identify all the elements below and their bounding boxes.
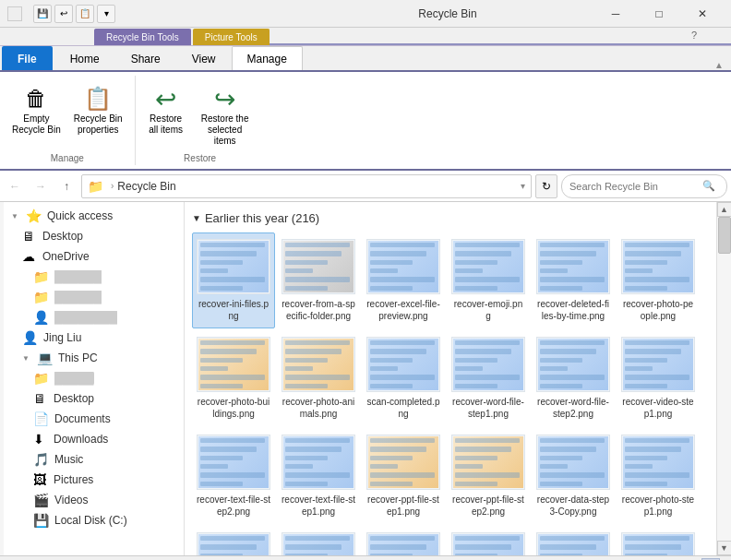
- thumbnail-inner: [283, 241, 354, 292]
- sidebar-item-downloads[interactable]: ⬇ Downloads: [0, 429, 184, 449]
- file-item[interactable]: recover-video-step1.png: [617, 330, 700, 426]
- sidebar-item-user1[interactable]: 👤 ████████: [0, 307, 184, 328]
- sidebar-item-folder3[interactable]: 📁 █████: [0, 368, 184, 388]
- restore-selected-button[interactable]: ↪ Restore theselected items: [193, 81, 258, 149]
- tab-manage[interactable]: Manage: [232, 46, 303, 70]
- title-bar-controls: ─ □ ✕: [594, 0, 724, 28]
- sidebar-item-desktop2[interactable]: 🖥 Desktop: [0, 388, 184, 409]
- file-item[interactable]: recover-word-file-step1.png: [447, 330, 530, 426]
- recycle-bin-tools-tab[interactable]: Recycle Bin Tools: [94, 29, 191, 45]
- tab-home[interactable]: Home: [54, 46, 115, 70]
- sidebar-item-videos[interactable]: 🎬 Videos: [0, 490, 184, 510]
- restore-all-button[interactable]: ↩ Restoreall items: [143, 81, 189, 138]
- up-button[interactable]: ↑: [55, 175, 78, 197]
- maximize-button[interactable]: □: [638, 0, 680, 28]
- ribbon-group-manage: 🗑 EmptyRecycle Bin 📋 Recycle Binproperti…: [0, 76, 136, 165]
- sidebar-item-folder2[interactable]: 📁 ██████: [0, 287, 184, 307]
- ribbon-group-manage-items: 🗑 EmptyRecycle Bin 📋 Recycle Binproperti…: [7, 77, 127, 149]
- tab-file[interactable]: File: [2, 46, 53, 70]
- sidebar-item-label-folder1: ██████: [54, 270, 102, 283]
- search-input[interactable]: [569, 181, 699, 192]
- onedrive-icon: ☁: [22, 249, 37, 264]
- thumbnail-inner: [283, 339, 354, 390]
- file-item[interactable]: recover-deleted-files-by-time.png: [532, 232, 615, 328]
- sidebar-item-documents[interactable]: 📄 Documents: [0, 409, 184, 429]
- recycle-bin-properties-button[interactable]: 📋 Recycle Binproperties: [69, 81, 127, 138]
- breadcrumb-text: Recycle Bin: [117, 180, 175, 193]
- file-item[interactable]: recover-external-device-step2.png: [617, 526, 700, 555]
- thumbnail-inner: [368, 339, 438, 390]
- file-name: recover-ini-files.png: [197, 298, 270, 322]
- sidebar-item-pictures[interactable]: 🖼 Pictures: [0, 470, 184, 490]
- ribbon-group-restore-items: ↩ Restoreall items ↪ Restore theselected…: [143, 77, 258, 149]
- minimize-button[interactable]: ─: [594, 0, 637, 28]
- file-item[interactable]: recover-ini-files.png: [192, 232, 275, 328]
- music-icon: 🎵: [33, 452, 49, 467]
- address-dropdown-icon[interactable]: ▾: [521, 181, 525, 191]
- folder1-icon: 📁: [33, 269, 49, 284]
- sidebar-item-label-quick-access: Quick access: [47, 209, 113, 222]
- empty-recycle-bin-button[interactable]: 🗑 EmptyRecycle Bin: [7, 81, 66, 138]
- jing-icon: 👤: [22, 330, 38, 345]
- search-box[interactable]: 🔍: [561, 174, 727, 198]
- back-button[interactable]: ←: [4, 175, 26, 197]
- file-item[interactable]: recover-from-a-specific-folder.png: [277, 232, 360, 328]
- file-item[interactable]: recover-ppt-file-step2.png: [447, 428, 530, 524]
- sidebar-item-localdisk[interactable]: 💾 Local Disk (C:): [0, 510, 184, 530]
- scroll-up-button[interactable]: ▲: [717, 202, 732, 217]
- file-item[interactable]: recover-office-file-step2.png: [362, 526, 445, 555]
- main-area: ▼ ⭐ Quick access 🖥 Desktop ☁ OneDrive 📁 …: [0, 202, 731, 555]
- file-item[interactable]: recover-office-file-step1.png: [447, 526, 530, 555]
- down-tb-btn[interactable]: ▾: [97, 5, 115, 23]
- scroll-down-button[interactable]: ▼: [717, 541, 732, 555]
- properties-tb-btn[interactable]: 📋: [76, 5, 94, 23]
- search-icon: 🔍: [702, 180, 715, 192]
- file-item[interactable]: recover-text-file-step1.png: [277, 428, 360, 524]
- file-item[interactable]: recover-data-step3-Copy.png: [532, 428, 615, 524]
- file-item[interactable]: recover-pdf-file-step2.png: [192, 526, 275, 555]
- sidebar-item-quick-access[interactable]: ▼ ⭐ Quick access: [0, 206, 184, 226]
- file-item[interactable]: recover-ppt-file-step1.png: [362, 428, 445, 524]
- file-thumbnail: [282, 435, 355, 490]
- file-item[interactable]: recover-excel-file-preview.png: [362, 232, 445, 328]
- restore-group-label: Restore: [184, 149, 216, 163]
- file-item[interactable]: scan-completed.png: [362, 330, 445, 426]
- tab-share[interactable]: Share: [115, 46, 176, 70]
- section-header[interactable]: ▼ Earlier this year (216): [192, 206, 709, 229]
- downloads-icon: ⬇: [33, 432, 48, 447]
- empty-bin-label: EmptyRecycle Bin: [12, 113, 61, 136]
- thumbnail-inner: [538, 339, 608, 390]
- ribbon-collapse-icon[interactable]: ▲: [714, 60, 724, 70]
- refresh-button[interactable]: ↻: [535, 174, 557, 198]
- sidebar-item-folder1[interactable]: 📁 ██████: [0, 267, 184, 287]
- sidebar-item-music[interactable]: 🎵 Music: [0, 449, 184, 470]
- tab-view[interactable]: View: [176, 46, 232, 70]
- sidebar-item-onedrive[interactable]: ☁ OneDrive: [0, 246, 184, 267]
- file-item[interactable]: recover-photo-people.png: [617, 232, 700, 328]
- file-thumbnail: [451, 532, 525, 555]
- save-tb-btn[interactable]: 💾: [33, 5, 52, 23]
- help-icon[interactable]: ?: [691, 30, 697, 41]
- file-item[interactable]: recover-pdf-file-step1.png: [277, 526, 360, 555]
- thumbnail-inner: [538, 436, 608, 488]
- sidebar-item-thispc[interactable]: ▼ 💻 This PC: [0, 348, 184, 368]
- address-path[interactable]: 📁 › Recycle Bin ▾: [81, 174, 532, 198]
- desktop-icon: 🖥: [22, 229, 37, 244]
- file-item[interactable]: recover-emoji.png: [447, 232, 530, 328]
- file-item[interactable]: recover-word-file-step2.png: [532, 330, 615, 426]
- file-item[interactable]: recover-photo-buildings.png: [192, 330, 275, 426]
- file-item[interactable]: recover-external-device-step3.png: [532, 526, 615, 555]
- undo-tb-btn[interactable]: ↩: [54, 5, 73, 23]
- right-scrollbar[interactable]: ▲ ▼: [716, 202, 731, 555]
- file-item[interactable]: recover-photo-animals.png: [277, 330, 360, 426]
- picture-tools-tab[interactable]: Picture Tools: [193, 29, 270, 45]
- file-item[interactable]: recover-text-file-step2.png: [192, 428, 275, 524]
- close-button[interactable]: ✕: [681, 0, 724, 28]
- file-item[interactable]: recover-photo-step1.png: [617, 428, 700, 524]
- forward-button[interactable]: →: [30, 175, 52, 197]
- sidebar-item-jing[interactable]: 👤 Jing Liu: [0, 328, 184, 348]
- sidebar-item-desktop[interactable]: 🖥 Desktop: [0, 226, 184, 246]
- scroll-thumb[interactable]: [718, 217, 731, 254]
- thumbnail-inner: [283, 534, 354, 555]
- quick-access-toolbar: 💾 ↩ 📋 ▾: [33, 5, 115, 23]
